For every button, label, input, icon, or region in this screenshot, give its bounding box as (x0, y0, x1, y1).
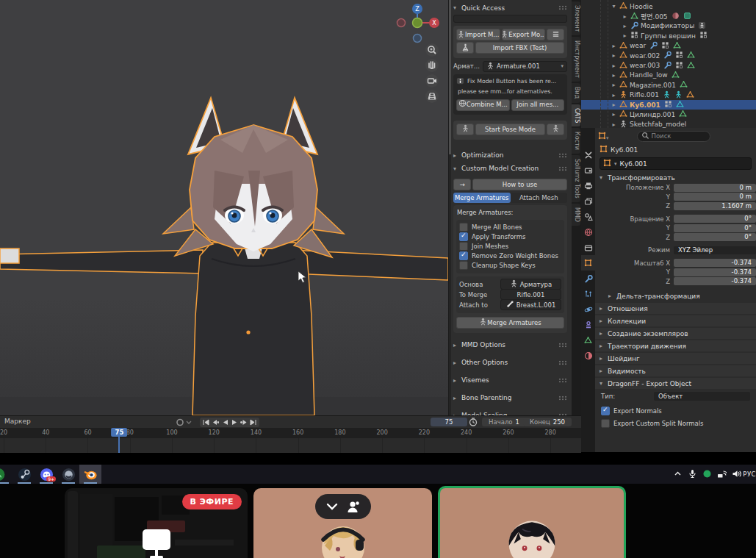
section-коллекции[interactable]: ▸Коллекции (595, 315, 756, 326)
timeline-ruler[interactable]: 20406080100120140160180200220240260280 (0, 428, 581, 438)
properties-tab-particles-icon[interactable] (581, 286, 595, 301)
playhead-badge[interactable]: 75 (111, 428, 127, 437)
marker-menu[interactable]: Маркер (4, 418, 31, 425)
section-custom-model-creation[interactable]: ▾ Custom Model Creation (453, 163, 567, 174)
tex-icon[interactable] (683, 12, 691, 21)
option-remove-zero-weight-bones[interactable]: Remove Zero Weight Bones (459, 251, 561, 261)
properties-tab-physics-icon[interactable] (581, 301, 595, 317)
tab-sollumz-tools[interactable]: Sollumz Tools (572, 155, 580, 202)
join-meshes-button[interactable]: Join all mes... (511, 99, 565, 111)
expand-arrow-icon[interactable]: ▸ (611, 92, 617, 99)
expand-arrow-icon[interactable]: ▸ (611, 43, 617, 49)
tab-инструмент[interactable]: Инструмент (572, 37, 580, 82)
object-name-field[interactable]: ▾ Куб.001 (600, 157, 752, 170)
start-pose-mode-button[interactable]: Start Pose Mode (475, 124, 545, 135)
checkbox[interactable] (459, 223, 468, 232)
green-app-taskbar-icon[interactable] (0, 465, 13, 484)
viewport-tools[interactable] (423, 43, 441, 106)
vg-icon[interactable] (664, 100, 672, 110)
tri-icon[interactable] (679, 110, 687, 119)
tab-merge-armatures[interactable]: Merge Armatures (453, 193, 511, 203)
playback-controls[interactable] (200, 418, 259, 427)
section-other-options[interactable]: ▸Other Options (453, 357, 567, 368)
panel-grip-icon[interactable] (558, 5, 567, 10)
wrench-icon[interactable] (663, 61, 672, 71)
play-reverse-button[interactable] (220, 418, 229, 426)
section-quick-access[interactable]: ▾ Quick Access (453, 2, 567, 13)
expand-arrow-icon[interactable]: ▸ (622, 13, 628, 20)
value-field[interactable]: 0° (674, 215, 756, 223)
value-field[interactable]: 0° (674, 233, 756, 241)
man-icon[interactable] (663, 90, 671, 100)
current-frame-field[interactable]: 75 (431, 418, 467, 426)
option-join-meshes[interactable]: Join Meshes (459, 242, 561, 251)
option-export-custom-split-normals[interactable]: Export Custom Split Normals (601, 417, 750, 429)
auto-key-icon[interactable] (176, 418, 192, 428)
tab-mmd[interactable]: MMD (572, 204, 580, 226)
vg-icon[interactable] (675, 61, 683, 71)
value-field[interactable]: -0.374 (674, 259, 756, 267)
vg-icon[interactable] (675, 51, 683, 60)
clock-icon[interactable] (469, 418, 478, 428)
properties-tab-view-layer-icon[interactable] (581, 193, 595, 209)
wrench-icon[interactable] (649, 41, 658, 51)
expand-arrow-icon[interactable]: ▸ (622, 32, 628, 39)
expand-arrow-icon[interactable]: ▸ (611, 101, 617, 108)
next-keyframe-button[interactable] (240, 418, 248, 426)
properties-tab-constraints-icon[interactable] (581, 317, 595, 332)
properties-tab-modifiers-icon[interactable] (581, 271, 595, 286)
vg-icon[interactable] (661, 41, 669, 51)
network-icon[interactable] (717, 469, 727, 480)
armature-dropdown[interactable]: Armature.001 ▾ (483, 61, 567, 72)
jump-to-start-button[interactable] (201, 418, 210, 426)
tri-icon[interactable] (672, 71, 680, 80)
tri-icon[interactable] (673, 41, 681, 51)
play-button[interactable] (230, 418, 239, 426)
section-шейдинг[interactable]: ▸Шейдинг (595, 353, 756, 364)
participant-card-blonde[interactable] (253, 488, 432, 558)
timeline-track[interactable] (0, 438, 581, 453)
value-field[interactable]: 1.1607 m (674, 202, 756, 210)
section-model-scaling[interactable]: ▸Model Scaling (453, 410, 567, 415)
value-field[interactable]: 0 m (674, 193, 756, 201)
participant-card-speaking[interactable] (438, 486, 626, 558)
checkbox[interactable] (601, 407, 610, 415)
section-mmd-options[interactable]: ▸MMD Options (453, 340, 567, 351)
value-field[interactable]: -0.374 (674, 277, 756, 285)
export-model-button[interactable]: Export Mo... (502, 29, 546, 40)
tri-icon[interactable] (687, 51, 695, 60)
expand-arrow-icon[interactable]: ▸ (611, 82, 617, 88)
section-дельта-трансформация[interactable]: ▸Дельта-трансформация (595, 290, 756, 301)
section-отношения[interactable]: ▸Отношения (595, 303, 756, 314)
expand-arrow-icon[interactable]: ▸ (611, 52, 617, 59)
type-dropdown[interactable]: Объект (654, 392, 750, 401)
menu-button[interactable] (547, 29, 564, 40)
tri-icon[interactable] (676, 100, 684, 110)
breadcrumb[interactable]: Куб.001 (595, 144, 756, 155)
pose-icon-button[interactable] (456, 124, 474, 135)
tab-cats[interactable]: CATS (572, 104, 580, 126)
panel-grip-icon[interactable] (558, 166, 567, 171)
section-создание-экземпляров[interactable]: ▸Создание экземпляров (595, 328, 756, 339)
steam-taskbar-icon[interactable] (13, 465, 35, 484)
mat-icon[interactable] (672, 12, 680, 21)
tri-icon[interactable] (687, 61, 695, 71)
checkbox[interactable] (459, 232, 468, 241)
value-field[interactable]: -0.374 (674, 268, 756, 276)
import-fbx-button[interactable]: Import FBX (Test) (475, 42, 564, 54)
option-apply-transforms[interactable]: Apply Transforms (459, 232, 561, 242)
tab-кости[interactable]: Кости (572, 128, 580, 154)
collapse-chevron-icon[interactable] (326, 502, 338, 511)
checkbox[interactable] (459, 251, 468, 260)
tri-icon[interactable] (680, 80, 688, 90)
properties-tab-object-icon[interactable] (581, 255, 595, 271)
status-green-icon[interactable] (702, 469, 712, 480)
Основа-value[interactable]: Арматура (500, 279, 561, 290)
properties-tab-tool-icon[interactable] (581, 147, 595, 162)
how-to-use-button[interactable]: How to use (472, 179, 567, 190)
properties-tab-collection-icon[interactable] (581, 240, 595, 255)
man-icon[interactable] (674, 90, 683, 100)
prev-keyframe-button[interactable] (211, 418, 220, 426)
value-field[interactable]: 0 m (674, 184, 756, 192)
frame-start-field[interactable]: Начало1 (482, 418, 526, 426)
